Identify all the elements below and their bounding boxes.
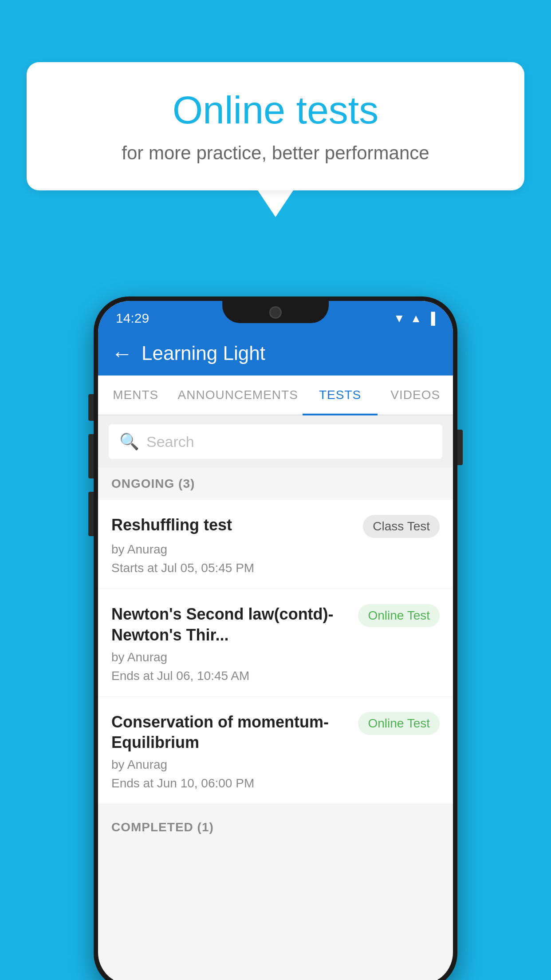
- search-icon: 🔍: [119, 432, 139, 451]
- test-item-2[interactable]: Newton's Second law(contd)-Newton's Thir…: [98, 589, 453, 697]
- ongoing-section-header: ONGOING (3): [98, 468, 453, 500]
- search-placeholder: Search: [146, 433, 194, 450]
- test-item-3-header: Conservation of momentum-Equilibrium Onl…: [111, 712, 440, 754]
- power-button: [457, 430, 463, 465]
- tab-announcements[interactable]: ANNOUNCEMENTS: [173, 375, 303, 415]
- status-icons: ▼ ▲ ▐: [394, 312, 435, 325]
- test-date-1: Starts at Jul 05, 05:45 PM: [111, 561, 440, 575]
- wifi-icon: ▼: [394, 312, 405, 325]
- test-author-2: by Anurag: [111, 650, 440, 664]
- signal-icon: ▲: [410, 312, 422, 325]
- search-bar[interactable]: 🔍 Search: [109, 424, 442, 459]
- content-area: ONGOING (3) Reshuffling test Class Test …: [98, 468, 453, 843]
- test-item-1-header: Reshuffling test Class Test: [111, 515, 440, 538]
- test-date-3: Ends at Jun 10, 06:00 PM: [111, 776, 440, 790]
- app-header: ← Learning Light: [98, 331, 453, 375]
- bubble-title: Online tests: [62, 89, 489, 132]
- bubble-arrow: [258, 190, 293, 217]
- phone-frame: 14:29 ▼ ▲ ▐ ← Learning Light MENTS ANNOU…: [94, 296, 457, 980]
- test-name-3: Conservation of momentum-Equilibrium: [111, 712, 351, 754]
- front-camera: [269, 306, 282, 319]
- phone-screen: 14:29 ▼ ▲ ▐ ← Learning Light MENTS ANNOU…: [98, 301, 453, 980]
- bubble-subtitle: for more practice, better performance: [62, 142, 489, 164]
- volume-up-button: [88, 394, 94, 421]
- tab-videos[interactable]: VIDEOS: [378, 375, 453, 415]
- tab-tests[interactable]: TESTS: [303, 375, 378, 415]
- test-name-1: Reshuffling test: [111, 515, 356, 536]
- test-author-3: by Anurag: [111, 758, 440, 772]
- test-item-3[interactable]: Conservation of momentum-Equilibrium Onl…: [98, 697, 453, 805]
- tab-ments[interactable]: MENTS: [98, 375, 173, 415]
- app-title: Learning Light: [142, 342, 265, 364]
- test-author-1: by Anurag: [111, 542, 440, 557]
- test-badge-3: Online Test: [358, 712, 440, 735]
- completed-section-header: COMPLETED (1): [98, 811, 453, 843]
- battery-icon: ▐: [427, 312, 435, 325]
- phone-notch: [222, 301, 329, 323]
- speech-bubble-container: Online tests for more practice, better p…: [27, 62, 524, 217]
- search-container: 🔍 Search: [98, 415, 453, 468]
- test-date-2: Ends at Jul 06, 10:45 AM: [111, 669, 440, 683]
- test-name-2: Newton's Second law(contd)-Newton's Thir…: [111, 604, 351, 646]
- test-badge-1: Class Test: [363, 515, 440, 538]
- status-time: 14:29: [116, 311, 149, 326]
- back-button[interactable]: ←: [111, 341, 133, 366]
- volume-down-button: [88, 434, 94, 478]
- speech-bubble: Online tests for more practice, better p…: [27, 62, 524, 190]
- test-item-1[interactable]: Reshuffling test Class Test by Anurag St…: [98, 500, 453, 589]
- test-item-2-header: Newton's Second law(contd)-Newton's Thir…: [111, 604, 440, 646]
- tabs-container: MENTS ANNOUNCEMENTS TESTS VIDEOS: [98, 375, 453, 415]
- test-badge-2: Online Test: [358, 604, 440, 627]
- silent-button: [88, 492, 94, 536]
